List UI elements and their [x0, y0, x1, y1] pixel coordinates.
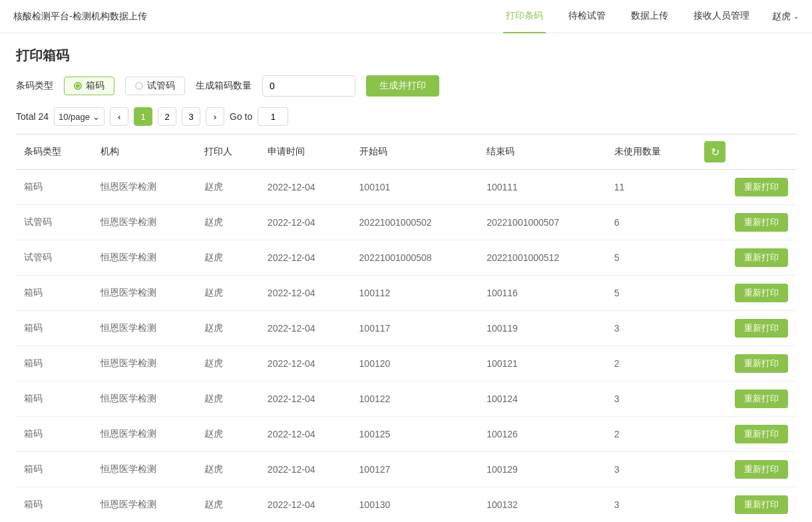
cell-start: 100125 [351, 417, 479, 452]
reprint-button[interactable]: 重新打印 [735, 425, 788, 443]
reprint-button[interactable]: 重新打印 [735, 460, 788, 479]
cell-time: 2022-12-04 [260, 276, 351, 311]
page-size-select[interactable]: 10/page ⌄ [54, 107, 104, 126]
cell-end: 100132 [479, 487, 606, 523]
goto-label: Go to [230, 111, 252, 122]
cell-start: 100120 [351, 346, 479, 382]
cell-type: 箱码 [16, 417, 93, 452]
cell-end: 100124 [479, 382, 606, 417]
radio-dot-box [74, 82, 82, 90]
page-btn-1[interactable]: 1 [134, 107, 152, 126]
prev-page-button[interactable]: ‹ [110, 107, 128, 126]
cell-unused: 5 [606, 240, 696, 276]
cell-action: 重新打印 [696, 452, 796, 487]
col-header-action: ↻ [696, 134, 796, 170]
col-header-start: 开始码 [351, 134, 479, 170]
reprint-button[interactable]: 重新打印 [735, 319, 788, 338]
page-title: 打印箱码 [16, 47, 796, 65]
cell-printer: 赵虎 [196, 240, 260, 276]
radio-box-label: 箱码 [86, 80, 104, 92]
cell-time: 2022-12-04 [260, 311, 351, 346]
cell-end: 100126 [479, 417, 606, 452]
cell-end: 100129 [479, 452, 606, 487]
pagination-bar: Total 24 10/page ⌄ ‹ 1 2 3 › Go to [16, 107, 796, 126]
cell-printer: 赵虎 [196, 452, 260, 487]
cell-org: 恒恩医学检测 [93, 346, 196, 382]
table-row: 箱码 恒恩医学检测 赵虎 2022-12-04 100101 100111 11… [16, 170, 796, 205]
col-header-printer: 打印人 [196, 134, 260, 170]
cell-org: 恒恩医学检测 [93, 170, 196, 205]
table-row: 试管码 恒恩医学检测 赵虎 2022-12-04 20221001000508 … [16, 240, 796, 276]
total-count: Total 24 [16, 111, 49, 122]
page-btn-3[interactable]: 3 [182, 107, 200, 126]
nav-item-receiver[interactable]: 接收人员管理 [691, 0, 752, 33]
cell-unused: 11 [606, 170, 696, 205]
cell-end: 100116 [479, 276, 606, 311]
col-header-end: 结束码 [479, 134, 606, 170]
gen-print-button[interactable]: 生成并打印 [366, 75, 439, 97]
cell-end: 20221001000507 [479, 205, 606, 240]
reprint-button[interactable]: 重新打印 [735, 284, 788, 302]
cell-start: 100122 [351, 382, 479, 417]
page-size-chevron: ⌄ [93, 112, 100, 122]
cell-action: 重新打印 [696, 417, 796, 452]
chevron-down-icon: ⌄ [793, 13, 799, 20]
refresh-button[interactable]: ↻ [704, 141, 725, 162]
cell-time: 2022-12-04 [260, 452, 351, 487]
table-row: 箱码 恒恩医学检测 赵虎 2022-12-04 100112 100116 5 … [16, 276, 796, 311]
nav-item-print[interactable]: 打印条码 [503, 0, 546, 33]
table-row: 试管码 恒恩医学检测 赵虎 2022-12-04 20221001000502 … [16, 205, 796, 240]
table-row: 箱码 恒恩医学检测 赵虎 2022-12-04 100117 100119 3 … [16, 311, 796, 346]
header-title: 核酸检测平台-检测机构数据上传 [13, 11, 147, 23]
goto-input[interactable] [258, 107, 288, 126]
nav-user[interactable]: 赵虎 ⌄ [772, 11, 799, 23]
header: 核酸检测平台-检测机构数据上传 打印条码 待检试管 数据上传 接收人员管理 赵虎… [0, 0, 812, 33]
reprint-button[interactable]: 重新打印 [735, 248, 788, 267]
cell-type: 试管码 [16, 205, 93, 240]
page-content: 打印箱码 条码类型 箱码 试管码 生成箱码数量 生成并打印 Total 24 1… [0, 33, 812, 522]
cell-type: 箱码 [16, 311, 93, 346]
cell-end: 20221001000512 [479, 240, 606, 276]
radio-tube[interactable]: 试管码 [125, 77, 185, 95]
nav-items: 打印条码 待检试管 数据上传 接收人员管理 赵虎 ⌄ [503, 0, 799, 33]
cell-unused: 2 [606, 417, 696, 452]
cell-type: 箱码 [16, 382, 93, 417]
cell-time: 2022-12-04 [260, 487, 351, 523]
table-row: 箱码 恒恩医学检测 赵虎 2022-12-04 100127 100129 3 … [16, 452, 796, 487]
qty-label: 生成箱码数量 [196, 80, 252, 92]
radio-tube-label: 试管码 [147, 80, 175, 92]
cell-printer: 赵虎 [196, 276, 260, 311]
cell-end: 100121 [479, 346, 606, 382]
table-row: 箱码 恒恩医学检测 赵虎 2022-12-04 100125 100126 2 … [16, 417, 796, 452]
nav-user-name: 赵虎 [772, 11, 791, 23]
cell-printer: 赵虎 [196, 382, 260, 417]
cell-org: 恒恩医学检测 [93, 205, 196, 240]
cell-action: 重新打印 [696, 205, 796, 240]
cell-type: 箱码 [16, 346, 93, 382]
nav-item-upload[interactable]: 数据上传 [628, 0, 671, 33]
reprint-button[interactable]: 重新打印 [735, 390, 788, 408]
cell-time: 2022-12-04 [260, 205, 351, 240]
reprint-button[interactable]: 重新打印 [735, 495, 788, 514]
reprint-button[interactable]: 重新打印 [735, 178, 788, 196]
cell-type: 箱码 [16, 452, 93, 487]
cell-start: 100101 [351, 170, 479, 205]
radio-box[interactable]: 箱码 [64, 77, 114, 95]
cell-org: 恒恩医学检测 [93, 452, 196, 487]
reprint-button[interactable]: 重新打印 [735, 354, 788, 373]
next-page-button[interactable]: › [206, 107, 224, 126]
cell-org: 恒恩医学检测 [93, 487, 196, 523]
radio-dot-tube [135, 82, 143, 90]
col-header-type: 条码类型 [16, 134, 93, 170]
filter-bar: 条码类型 箱码 试管码 生成箱码数量 生成并打印 [16, 75, 796, 97]
table-row: 箱码 恒恩医学检测 赵虎 2022-12-04 100130 100132 3 … [16, 487, 796, 523]
nav-item-pending[interactable]: 待检试管 [566, 0, 608, 33]
cell-printer: 赵虎 [196, 487, 260, 523]
table-row: 箱码 恒恩医学检测 赵虎 2022-12-04 100120 100121 2 … [16, 346, 796, 382]
reprint-button[interactable]: 重新打印 [735, 213, 788, 232]
cell-end: 100119 [479, 311, 606, 346]
cell-start: 20221001000502 [351, 205, 479, 240]
qty-input[interactable] [262, 75, 355, 97]
cell-time: 2022-12-04 [260, 382, 351, 417]
page-btn-2[interactable]: 2 [158, 107, 176, 126]
